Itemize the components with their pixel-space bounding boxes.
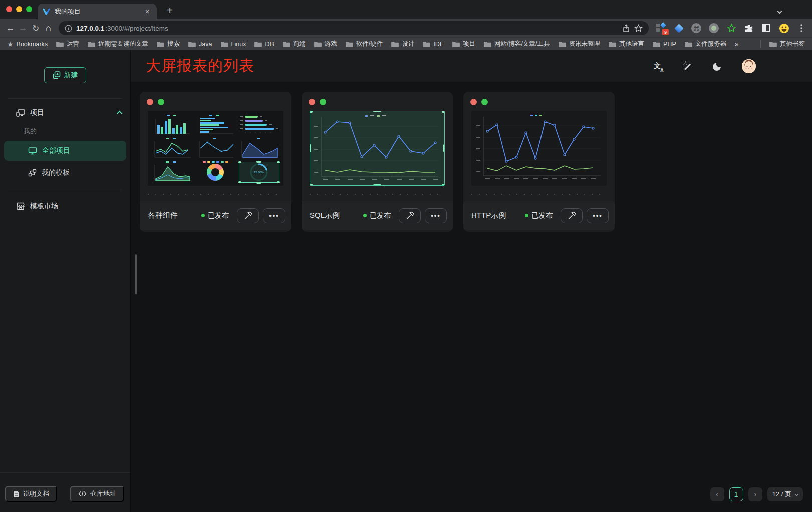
- other-bookmarks[interactable]: 其他书签: [769, 40, 805, 48]
- green-dot-icon: [481, 99, 488, 105]
- bookmark-folder[interactable]: 资讯未整理: [559, 40, 601, 48]
- bookmark-folder[interactable]: 近期需要读的文章: [88, 40, 148, 48]
- tab-close-icon[interactable]: ×: [143, 8, 152, 16]
- page-size-select[interactable]: 12 / 页: [767, 487, 803, 501]
- share-icon[interactable]: [622, 24, 630, 33]
- card-footer: HTTP示例 已发布 •••: [463, 201, 615, 230]
- dark-mode-moon-icon[interactable]: [712, 61, 723, 72]
- magic-wand-icon[interactable]: [682, 61, 693, 72]
- bookmark-folder[interactable]: IDE: [423, 41, 444, 48]
- user-avatar[interactable]: [742, 59, 756, 73]
- status-badge: 已发布: [525, 211, 553, 220]
- mini-gauge-chart: 25.00%: [238, 161, 280, 184]
- browser-menu-icon[interactable]: [796, 23, 807, 34]
- language-icon[interactable]: 文A: [652, 61, 663, 72]
- selection-handle[interactable]: [442, 184, 445, 186]
- red-dot-icon: [147, 99, 153, 105]
- more-options-button[interactable]: •••: [587, 208, 609, 223]
- sidebar-divider: [8, 98, 122, 99]
- selection-handle[interactable]: [310, 184, 313, 186]
- folder-icon: [88, 41, 95, 47]
- folder-icon: [56, 41, 64, 47]
- project-card-http[interactable]: HTTP示例 已发布 •••: [463, 92, 615, 232]
- tab-my-projects[interactable]: 我的项目 ×: [38, 4, 157, 19]
- current-page-button[interactable]: 1: [729, 487, 743, 501]
- bookmark-folder[interactable]: PHP: [653, 41, 676, 48]
- new-project-button[interactable]: 新建: [44, 67, 86, 83]
- bookmark-folder[interactable]: 文件服务器: [685, 40, 727, 48]
- bookmarks-bar: ★Bookmarks 运营 近期需要读的文章 搜索 Java Linux DB …: [0, 37, 812, 50]
- bookmark-folder[interactable]: Java: [188, 41, 212, 48]
- card-footer: SQL示例 已发布 •••: [302, 201, 453, 230]
- dark-mode-extension-icon[interactable]: [761, 23, 772, 34]
- bookmark-star-icon[interactable]: [634, 24, 643, 33]
- minimize-window-button[interactable]: [16, 6, 22, 12]
- selection-handle[interactable]: [443, 144, 445, 152]
- next-page-button[interactable]: ›: [748, 487, 762, 501]
- bookmark-bookmarks[interactable]: ★Bookmarks: [7, 40, 48, 48]
- bookmark-folder[interactable]: 游戏: [314, 40, 337, 48]
- selection-handle[interactable]: [373, 184, 381, 186]
- hammer-icon: [406, 211, 414, 220]
- command-extension-icon[interactable]: ⌘: [691, 23, 702, 34]
- tab-search-chevron-icon[interactable]: [778, 6, 783, 11]
- emoji-extension-icon[interactable]: [778, 23, 789, 34]
- tab-manager-extension-icon[interactable]: 9: [656, 23, 667, 34]
- more-options-button[interactable]: •••: [263, 208, 285, 223]
- gem-extension-icon[interactable]: [673, 23, 684, 34]
- new-tab-button[interactable]: +: [164, 5, 176, 16]
- bookmark-folder[interactable]: 项目: [452, 40, 475, 48]
- bookmark-folder[interactable]: 网站/博客/文章/工具: [484, 40, 550, 48]
- folder-icon: [685, 41, 692, 47]
- folder-icon: [314, 41, 322, 47]
- close-window-button[interactable]: [6, 6, 12, 12]
- zoom-window-button[interactable]: [26, 6, 32, 12]
- dot-extension-icon[interactable]: [708, 23, 719, 34]
- docs-button[interactable]: 说明文档: [5, 486, 57, 502]
- status-badge: 已发布: [363, 211, 391, 220]
- selection-handle[interactable]: [373, 111, 381, 112]
- sidebar-divider: [8, 190, 122, 190]
- status-dot-icon: [363, 214, 367, 217]
- sidebar-item-all-projects[interactable]: 全部项目: [4, 141, 126, 161]
- bookmarks-overflow-chevron[interactable]: »: [735, 41, 738, 48]
- url-path: :3000/#/project/items: [105, 25, 168, 32]
- reload-icon[interactable]: ↻: [31, 21, 41, 35]
- extension-badge: 9: [662, 29, 669, 35]
- folder-icon: [157, 41, 164, 47]
- selection-handle[interactable]: [442, 111, 445, 113]
- prev-page-button[interactable]: ‹: [710, 487, 724, 501]
- selection-handle[interactable]: [310, 111, 313, 113]
- sidebar-group-projects[interactable]: 项目: [0, 103, 130, 123]
- collapse-chevron-up-icon[interactable]: [117, 111, 122, 116]
- sidebar-item-template-market[interactable]: 模板市场: [0, 196, 130, 216]
- sidebar-item-my-templates[interactable]: 我的模板: [4, 163, 126, 183]
- bookmark-folder[interactable]: 设计: [391, 40, 414, 48]
- back-icon[interactable]: ←: [5, 21, 16, 35]
- more-options-button[interactable]: •••: [425, 208, 447, 223]
- scrollbar-thumb[interactable]: [135, 254, 137, 294]
- bookmark-folder[interactable]: 其他语言: [609, 40, 644, 48]
- home-icon[interactable]: ⌂: [43, 21, 54, 35]
- star-extension-icon[interactable]: [726, 23, 737, 34]
- red-dot-icon: [309, 99, 315, 105]
- edit-hammer-button[interactable]: [561, 208, 583, 223]
- bookmark-folder[interactable]: 搜索: [157, 40, 180, 48]
- folder-icon: [559, 41, 566, 47]
- address-bar[interactable]: 127.0.0.1 :3000/#/project/items: [59, 21, 649, 35]
- edit-hammer-button[interactable]: [399, 208, 421, 223]
- bookmark-folder[interactable]: 软件/硬件: [346, 40, 383, 48]
- bookmark-folder[interactable]: DB: [254, 41, 274, 48]
- edit-hammer-button[interactable]: [237, 208, 259, 223]
- project-card-components[interactable]: 25.00%: [140, 92, 291, 232]
- info-icon[interactable]: [65, 25, 72, 32]
- extensions-puzzle-icon[interactable]: [743, 23, 754, 34]
- mini-area-chart: [238, 137, 280, 159]
- bookmark-folder[interactable]: 前端: [283, 40, 306, 48]
- repo-button[interactable]: 仓库地址: [70, 486, 124, 502]
- selection-handle[interactable]: [310, 144, 311, 152]
- bookmark-folder[interactable]: 运营: [56, 40, 79, 48]
- project-card-sql[interactable]: SQL示例 已发布 •••: [302, 92, 453, 232]
- bookmark-folder[interactable]: Linux: [221, 41, 246, 48]
- ellipsis-icon: •••: [431, 212, 441, 219]
